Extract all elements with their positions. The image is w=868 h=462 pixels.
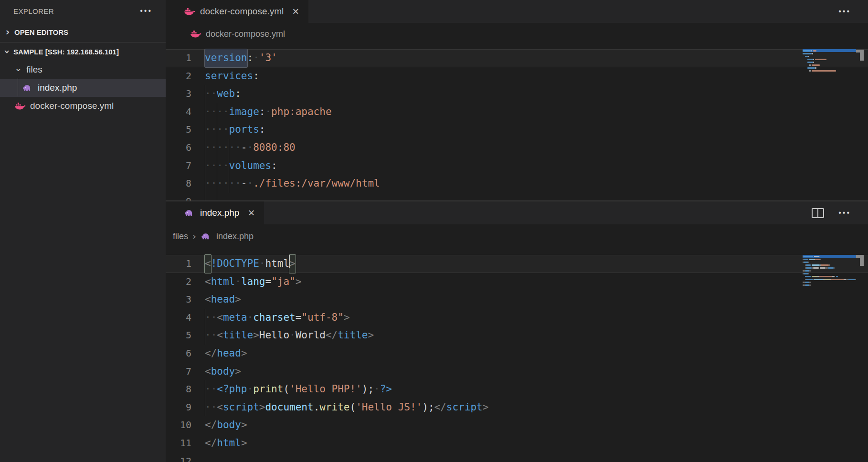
token: ·· (205, 326, 217, 345)
code-area[interactable]: 1<!DOCTYPE·html>2<html·lang="ja">3<head>… (166, 248, 868, 462)
minimap-token (836, 276, 838, 277)
minimap-token (803, 70, 809, 72)
indent-guide (217, 103, 217, 200)
scrollbar-thumb[interactable] (860, 258, 864, 266)
docker-file-icon (14, 102, 26, 110)
tab-label: docker-compose.yml (200, 6, 284, 17)
code-line: 5··<title>Hello·World</title> (166, 326, 868, 345)
minimap-token (831, 279, 844, 280)
minimap-token (828, 267, 834, 269)
more-actions-icon[interactable]: ••• (838, 209, 851, 217)
token: </ (205, 416, 217, 434)
tree-item-files[interactable]: ›files (0, 61, 166, 79)
minimap-token (809, 282, 810, 283)
token: ?> (380, 380, 392, 399)
line-number: 4 (166, 309, 205, 327)
token: script (223, 399, 259, 417)
minimap-token (804, 259, 808, 260)
breadcrumb-item[interactable]: index.php (216, 231, 254, 242)
token: ( (350, 399, 356, 417)
breadcrumb-item[interactable]: files (173, 231, 188, 242)
code-line: 10</body> (166, 416, 868, 434)
token: 'Hello JS!' (356, 399, 422, 417)
tab-index-php[interactable]: index.php× (166, 201, 264, 224)
minimap[interactable] (803, 255, 856, 286)
token: </ (434, 399, 446, 417)
line-number: 2 (166, 67, 205, 85)
open-editors-label: OPEN EDITORS (14, 28, 68, 36)
line-number: 8 (166, 175, 205, 193)
code-line: 11</html> (166, 434, 868, 452)
minimap-token (803, 59, 807, 60)
more-actions-icon[interactable]: ••• (838, 7, 851, 16)
token: < (205, 255, 211, 273)
token: > (235, 363, 241, 381)
workspace-section[interactable]: › SAMPLE [SSH: 192.168.56.101] (0, 42, 166, 61)
minimap-token (809, 270, 810, 272)
open-editors-section[interactable]: › OPEN EDITORS (0, 22, 166, 42)
token: > (241, 345, 247, 363)
token: > (253, 326, 259, 345)
minimap-token (809, 284, 810, 286)
token: : (247, 49, 254, 67)
tree-item-docker-compose-yml[interactable]: docker-compose.yml (0, 97, 166, 115)
minimap-token (806, 264, 811, 266)
minimap-token (819, 276, 833, 277)
minimap-token (813, 59, 814, 60)
code-area[interactable]: 1version:·'3'2services:3··web:4····image… (166, 45, 868, 200)
token: ); (362, 380, 374, 399)
token: > (296, 273, 302, 291)
line-number: 9 (166, 193, 205, 200)
minimap-token (821, 264, 829, 266)
split-editor-icon[interactable] (812, 208, 824, 218)
code-line: 9 (166, 193, 868, 200)
tab-close-icon[interactable]: × (248, 207, 254, 219)
token: - (241, 175, 247, 193)
minimap-token (805, 284, 810, 286)
token: php:apache (271, 103, 331, 121)
token: = (296, 309, 302, 327)
minimap-token (829, 264, 830, 266)
minimap[interactable] (803, 49, 856, 72)
token: : (259, 103, 265, 121)
explorer-more-icon[interactable]: ••• (140, 7, 152, 15)
tab-close-icon[interactable]: × (292, 6, 299, 17)
token: · (247, 175, 254, 193)
line-number: 6 (166, 139, 205, 157)
minimap-token (811, 50, 812, 52)
minimap-token (806, 279, 813, 280)
code-line: 12 (166, 452, 868, 462)
minimap-token (820, 259, 821, 260)
minimap-token (812, 70, 836, 72)
code-line: 2services: (166, 67, 868, 85)
token: body (211, 363, 235, 381)
token: </ (326, 326, 338, 345)
tree-item-label: index.php (38, 83, 77, 93)
minimap-token (832, 276, 835, 277)
line-number: 6 (166, 345, 205, 363)
code-line: 6</head> (166, 345, 868, 363)
workspace-label: SAMPLE [SSH: 192.168.56.101] (13, 48, 119, 56)
sidebar-title-row: EXPLORER ••• (0, 0, 166, 22)
token: ports (229, 121, 259, 139)
line-number: 1 (166, 49, 205, 67)
token: lang (241, 273, 265, 291)
breadcrumb-item[interactable]: docker-compose.yml (206, 29, 285, 39)
line-number: 4 (166, 103, 205, 121)
minimap-token (812, 53, 813, 54)
code-line: 3<head> (166, 291, 868, 309)
token: head (217, 345, 241, 363)
editor-group-top: docker-compose.yml×•••docker-compose.yml… (166, 0, 868, 200)
line-number: 11 (166, 434, 205, 452)
editor-actions: ••• (838, 0, 868, 23)
code-line: 2<html·lang="ja"> (166, 273, 868, 291)
minimap-token (808, 56, 809, 57)
tree-item-index-php[interactable]: index.php (0, 79, 166, 97)
token: < (205, 291, 211, 309)
tab-docker-compose-yml[interactable]: docker-compose.yml× (166, 0, 308, 23)
token: · (247, 309, 254, 327)
minimap-token (815, 59, 826, 60)
minimap-token (834, 267, 835, 269)
tree-indent-guide (18, 78, 18, 96)
scrollbar-thumb[interactable] (860, 52, 864, 61)
